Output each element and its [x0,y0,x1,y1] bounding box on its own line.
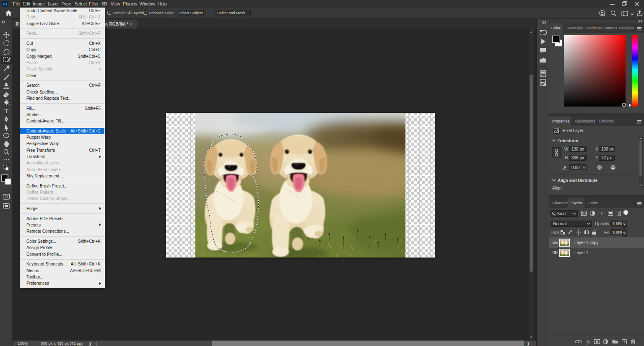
svg-text:fx: fx [587,339,590,345]
svg-text:Ps: Ps [3,2,7,6]
svg-text:T: T [600,211,603,216]
svg-text:T: T [4,108,8,114]
